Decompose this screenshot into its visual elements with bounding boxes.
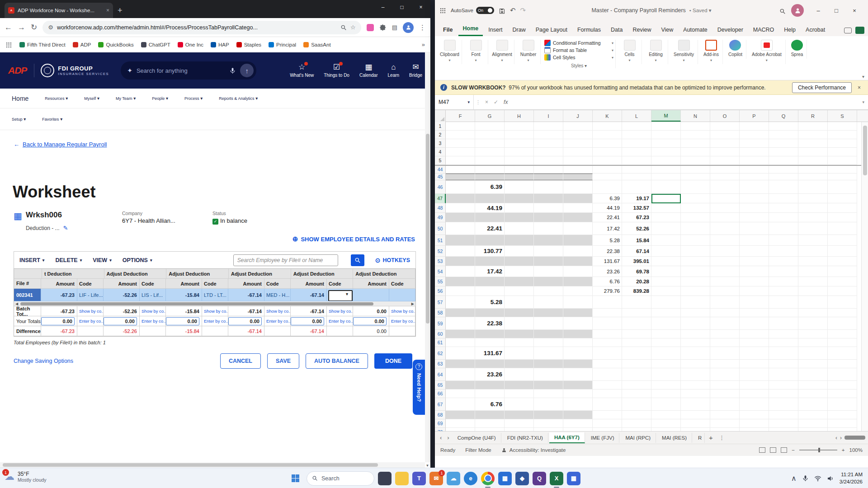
cell-S68[interactable] [828, 411, 857, 419]
bookmark-star-icon[interactable]: ☆ [350, 24, 356, 31]
cell-M65[interactable] [651, 381, 681, 389]
tabbar-scroll-right-icon[interactable]: › [840, 435, 842, 441]
ribbon-group-button[interactable]: Alignment ▾ [490, 40, 514, 64]
cell-O44[interactable] [710, 166, 740, 174]
ribbon-tab[interactable]: Insert [484, 23, 507, 36]
bookmark-item[interactable]: ADP [73, 42, 91, 47]
cell-Q5[interactable] [769, 156, 798, 165]
cell-M51[interactable] [651, 235, 681, 246]
cell-L1[interactable] [622, 122, 651, 131]
ribbon-group-button[interactable]: Font ▾ [464, 40, 488, 64]
header-quick-link[interactable]: ⌂ Learn [388, 63, 400, 78]
cell-O69[interactable] [710, 419, 740, 428]
cell-H2[interactable] [505, 131, 534, 139]
cell-P50[interactable] [740, 222, 769, 235]
cell-Q69[interactable] [769, 419, 798, 428]
cell-I60[interactable] [534, 330, 563, 338]
cell-K61[interactable] [593, 338, 622, 347]
cell-H66[interactable] [505, 389, 534, 398]
cell-R48[interactable] [798, 203, 828, 213]
cell-Q68[interactable] [769, 411, 798, 419]
cell-I56[interactable] [534, 286, 563, 296]
sheet-tab[interactable]: CompOne (U4F) [453, 433, 501, 443]
bookmarks-overflow-icon[interactable]: » [422, 41, 425, 48]
cell-N52[interactable] [681, 246, 710, 257]
row-header-70[interactable]: 70 [435, 428, 446, 431]
cell-O52[interactable] [710, 246, 740, 257]
cell-I4[interactable] [534, 148, 563, 156]
cell-R51[interactable] [798, 235, 828, 246]
redo-icon[interactable]: ↷ [520, 6, 526, 14]
column-header-G[interactable]: G [475, 110, 505, 122]
row-header-52[interactable]: 52 [435, 246, 446, 257]
cell-G44[interactable] [475, 166, 505, 174]
show-by-code-link[interactable]: Show by co... [391, 309, 415, 314]
cell-G68[interactable] [475, 411, 505, 419]
deduction-code-cell[interactable] [327, 289, 353, 301]
column-header-R[interactable]: R [798, 110, 828, 122]
cell-K58[interactable] [593, 309, 622, 317]
cell-O5[interactable] [710, 156, 740, 165]
cell-H57[interactable] [505, 296, 534, 309]
cell-S65[interactable] [828, 381, 857, 389]
maximize-button[interactable]: □ [827, 1, 845, 19]
sheet-tab[interactable]: MAI (RPC) [620, 433, 656, 443]
cell-I53[interactable] [534, 257, 563, 266]
ribbon-group-button[interactable]: Clipboard ▾ [438, 40, 462, 64]
cell-S5[interactable] [828, 156, 857, 165]
row-header-47[interactable]: 47 [435, 194, 446, 203]
adobe-acrobat-button[interactable]: Adobe Acrobat ▾ [748, 40, 786, 64]
your-total-input[interactable]: 0.00 [291, 317, 324, 325]
cell-P66[interactable] [740, 389, 769, 398]
cell-K52[interactable]: 22.38 [593, 246, 622, 257]
accessibility-status[interactable]: Accessibility: Investigate [501, 447, 566, 453]
cell-M49[interactable] [651, 213, 681, 222]
cell-J60[interactable] [563, 330, 593, 338]
cell-I70[interactable] [534, 428, 563, 431]
nav-item[interactable]: People [152, 96, 168, 101]
row-header-46[interactable]: 46 [435, 180, 446, 194]
cell-K69[interactable] [593, 419, 622, 428]
cell-G69[interactable] [475, 419, 505, 428]
ribbon-tab[interactable]: Developer [713, 23, 748, 36]
cell-J48[interactable] [563, 203, 593, 213]
cell-J4[interactable] [563, 148, 593, 156]
cell-F61[interactable] [446, 338, 475, 347]
cell-Q48[interactable] [769, 203, 798, 213]
row-header-5[interactable]: 5 [435, 156, 446, 165]
cell-R47[interactable] [798, 194, 828, 203]
cell-R65[interactable] [798, 381, 828, 389]
cell-J65[interactable] [563, 381, 593, 389]
cell-F1[interactable] [446, 122, 475, 131]
bookmark-item[interactable]: One Inc [178, 42, 203, 47]
cell-N1[interactable] [681, 122, 710, 131]
chrome-icon[interactable] [481, 472, 495, 485]
cell-F58[interactable] [446, 309, 475, 317]
new-sheet-button[interactable]: + [706, 434, 716, 441]
cell-J2[interactable] [563, 131, 593, 139]
cell-K45[interactable] [593, 174, 622, 180]
cell-I49[interactable] [534, 213, 563, 222]
ribbon-tab[interactable]: Home [458, 22, 483, 36]
row-header-1[interactable]: 1 [435, 122, 446, 131]
cell-O70[interactable] [710, 428, 740, 431]
cell-R55[interactable] [798, 277, 828, 286]
cell-S56[interactable] [828, 286, 857, 296]
cell-Q70[interactable] [769, 428, 798, 431]
cell-L44[interactable] [622, 166, 651, 174]
ribbon-tab[interactable]: Automate [679, 23, 712, 36]
zoom-out-icon[interactable]: − [792, 447, 795, 453]
cell-I65[interactable] [534, 381, 563, 389]
cell-J46[interactable] [563, 180, 593, 194]
cell-Q58[interactable] [769, 309, 798, 317]
cell-F2[interactable] [446, 131, 475, 139]
cell-K63[interactable] [593, 360, 622, 368]
cell-R57[interactable] [798, 296, 828, 309]
cell-M2[interactable] [651, 131, 681, 139]
cell-R64[interactable] [798, 368, 828, 381]
cell-R61[interactable] [798, 338, 828, 347]
ribbon-tab[interactable]: MACRO [749, 23, 779, 36]
cell-N45[interactable] [681, 174, 710, 180]
row-header-50[interactable]: 50 [435, 222, 446, 235]
outlook-icon[interactable]: ✉ 1 [429, 472, 443, 485]
